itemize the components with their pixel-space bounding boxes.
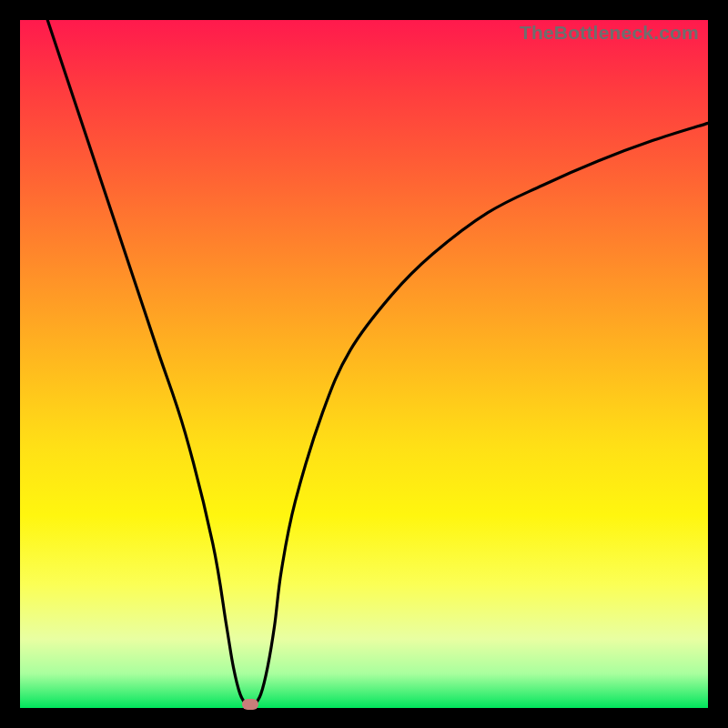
- chart-frame: TheBottleneck.com: [0, 0, 728, 728]
- optimal-point-marker: [242, 699, 258, 710]
- plot-area: TheBottleneck.com: [20, 20, 708, 708]
- bottleneck-curve: [20, 20, 708, 708]
